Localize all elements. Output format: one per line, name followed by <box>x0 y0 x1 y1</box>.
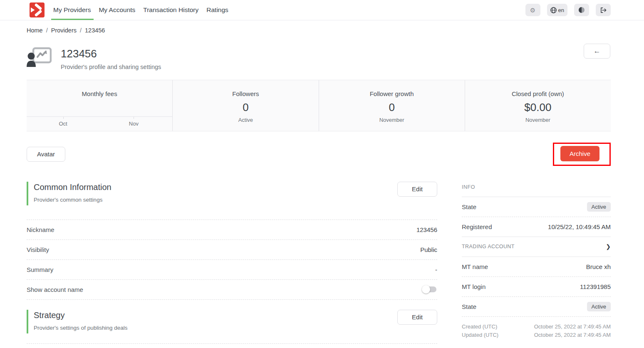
stat-title: Follower growth <box>370 90 414 97</box>
axis-label-nov: Nov <box>129 121 139 127</box>
field-row-show-account-name: Show account name <box>27 280 437 300</box>
section-title: Strategy <box>34 311 127 320</box>
stats-strip: Monthly fees Oct Nov Followers 0 Active … <box>27 80 611 131</box>
field-label: Show account name <box>27 286 83 293</box>
gear-icon: ⚙ <box>530 7 535 13</box>
field-row-visibility: Visibility Public <box>27 240 437 260</box>
status-badge: Active <box>587 302 611 311</box>
info-label: MT name <box>462 263 488 270</box>
show-account-name-toggle[interactable] <box>422 285 437 294</box>
field-row-hide-stops: Hide stops <box>27 344 437 348</box>
strategy-fields: Hide stops <box>27 343 437 348</box>
field-value: - <box>435 266 437 273</box>
breadcrumb-current: 123456 <box>85 27 105 34</box>
brand-logo-icon <box>29 2 45 18</box>
contrast-icon <box>578 7 585 13</box>
section-subtitle: Provider's settings of publishing deals <box>34 325 127 331</box>
stat-card-closed-profit: Closed profit (own) $0.00 November <box>465 80 611 131</box>
field-value: 123456 <box>416 226 437 233</box>
stat-caption: November <box>525 117 550 123</box>
info-panel-heading: INFO <box>462 182 611 197</box>
back-button[interactable]: ← <box>584 44 610 59</box>
stat-value: $0.00 <box>524 101 551 114</box>
meta-label: Created (UTC) <box>462 323 497 331</box>
info-row-registered: Registered 10/25/22, 10:49:45 AM <box>462 217 611 237</box>
field-label: Summary <box>27 266 53 273</box>
top-navigation-bar: My Providers My Accounts Transaction His… <box>0 0 644 20</box>
stat-value: 0 <box>389 101 394 114</box>
globe-icon <box>550 7 557 13</box>
annotation-highlight-box: Archive <box>553 143 611 166</box>
field-value: Public <box>420 246 437 253</box>
logout-icon <box>600 7 607 13</box>
logout-button[interactable] <box>596 4 611 16</box>
common-information-edit-button[interactable]: Edit <box>397 182 437 197</box>
field-row-summary: Summary - <box>27 260 437 280</box>
settings-column: Common Information Provider's common set… <box>27 182 437 348</box>
info-row-state: State Active <box>462 197 611 217</box>
stat-value: 0 <box>243 101 248 114</box>
meta-value: October 25, 2022 at 7:49:45 AM <box>534 323 611 331</box>
language-button[interactable]: en <box>547 4 567 16</box>
theme-contrast-button[interactable] <box>574 4 589 16</box>
info-row-mt-login: MT login 112391985 <box>462 277 611 297</box>
main-content: Common Information Provider's common set… <box>27 182 611 348</box>
main-nav: My Providers My Accounts Transaction His… <box>52 0 229 20</box>
back-arrow-icon: ← <box>594 47 601 55</box>
breadcrumb-separator: / <box>80 27 82 34</box>
common-information-section-header: Common Information Provider's common set… <box>27 182 437 205</box>
page-title-group: 123456 Provider's profile and sharing se… <box>61 47 161 70</box>
chevron-right-icon[interactable]: ❯ <box>606 243 611 250</box>
strategy-edit-button[interactable]: Edit <box>397 310 437 325</box>
field-row-nickname: Nickname 123456 <box>27 220 437 240</box>
provider-presentation-icon <box>27 47 52 67</box>
field-label: Nickname <box>27 226 54 233</box>
page-header: 123456 Provider's profile and sharing se… <box>27 47 611 70</box>
avatar-button[interactable]: Avatar <box>27 147 65 162</box>
breadcrumb-providers[interactable]: Providers <box>51 27 77 34</box>
stat-card-follower-growth: Follower growth 0 November <box>319 80 465 131</box>
page-title: 123456 <box>61 48 161 60</box>
info-value: 112391985 <box>580 283 611 290</box>
axis-tick <box>63 117 64 119</box>
section-subtitle: Provider's common settings <box>34 197 111 203</box>
updated-line: Updated (UTC) October 25, 2022 at 7:49:4… <box>462 331 611 339</box>
settings-button[interactable]: ⚙ <box>525 4 540 16</box>
monthly-fees-chart-axis: Oct Nov <box>27 116 172 117</box>
breadcrumb-home[interactable]: Home <box>27 27 43 34</box>
info-value: 10/25/22, 10:49:45 AM <box>548 223 611 230</box>
toggle-knob <box>422 285 430 294</box>
page-subtitle: Provider's profile and sharing settings <box>61 64 161 70</box>
section-title-group: Strategy Provider's settings of publishi… <box>27 310 127 333</box>
stat-title: Monthly fees <box>82 90 117 97</box>
breadcrumb: Home / Providers / 123456 <box>27 20 611 34</box>
info-value: Bruce xh <box>586 263 611 270</box>
stat-caption: Active <box>238 117 253 123</box>
common-information-fields: Nickname 123456 Visibility Public Summar… <box>27 220 437 300</box>
nav-ratings[interactable]: Ratings <box>206 0 229 20</box>
app-logo[interactable] <box>29 0 45 20</box>
nav-transaction-history[interactable]: Transaction History <box>142 0 199 20</box>
created-line: Created (UTC) October 25, 2022 at 7:49:4… <box>462 323 611 331</box>
info-label: MT login <box>462 283 485 290</box>
trading-account-subheader[interactable]: TRADING ACCOUNT ❯ <box>462 237 611 257</box>
section-title: Common Information <box>34 183 111 192</box>
axis-tick <box>134 117 134 119</box>
stat-caption: November <box>379 117 404 123</box>
provider-profile-page: Home / Providers / 123456 ← 123456 Provi… <box>0 20 644 348</box>
profile-actions-row: Avatar Archive <box>27 143 611 166</box>
stat-title: Closed profit (own) <box>512 90 564 97</box>
info-row-account-state: State Active <box>462 297 611 317</box>
meta-label: Updated (UTC) <box>462 331 498 339</box>
info-label: Registered <box>462 223 492 230</box>
status-badge: Active <box>587 202 611 212</box>
strategy-section-header: Strategy Provider's settings of publishi… <box>27 310 437 333</box>
info-panel: INFO State Active Registered 10/25/22, 1… <box>462 182 611 339</box>
nav-my-accounts[interactable]: My Accounts <box>98 0 136 20</box>
nav-my-providers[interactable]: My Providers <box>52 0 92 20</box>
stat-card-monthly-fees: Monthly fees Oct Nov <box>27 80 172 131</box>
top-action-buttons: ⚙ en <box>525 0 611 20</box>
section-title-group: Common Information Provider's common set… <box>27 182 111 205</box>
info-label: State <box>462 303 476 310</box>
archive-button[interactable]: Archive <box>560 146 599 161</box>
